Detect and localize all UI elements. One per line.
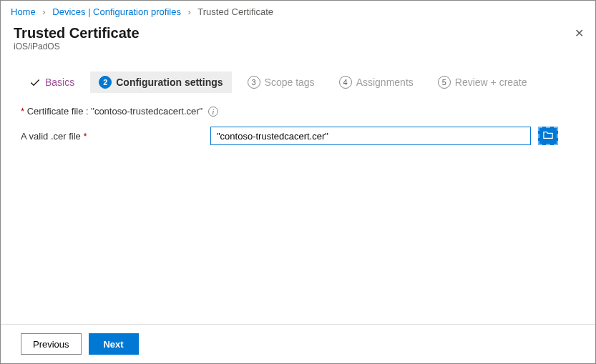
chevron-right-icon: ›	[188, 6, 191, 17]
breadcrumb: Home › Devices | Configuration profiles …	[1, 1, 595, 22]
folder-icon	[543, 130, 553, 142]
wizard-footer: Previous Next	[1, 324, 595, 363]
step-assignments[interactable]: 4 Assignments	[331, 72, 422, 93]
next-button[interactable]: Next	[89, 333, 139, 355]
step-label: Assignments	[356, 77, 414, 88]
required-marker: *	[21, 106, 24, 117]
step-label: Configuration settings	[116, 77, 223, 88]
certificate-file-text: Certificate file : "contoso-trustedcacer…	[27, 106, 203, 117]
cer-file-label-text: A valid .cer file	[21, 131, 81, 142]
step-number: 4	[339, 76, 352, 89]
breadcrumb-devices[interactable]: Devices | Configuration profiles	[52, 6, 181, 17]
cer-file-input[interactable]	[210, 127, 531, 145]
required-marker: *	[83, 131, 87, 142]
browse-file-button[interactable]	[538, 127, 558, 145]
wizard-steps: Basics 2 Configuration settings 3 Scope …	[1, 57, 595, 100]
step-number: 5	[438, 76, 451, 89]
step-number: 2	[99, 76, 112, 89]
page-header: Trusted Certificate iOS/iPadOS ✕	[1, 22, 595, 57]
step-review-create[interactable]: 5 Review + create	[429, 72, 536, 93]
page-title: Trusted Certificate	[14, 25, 582, 41]
page-subtitle: iOS/iPadOS	[14, 41, 582, 51]
previous-button[interactable]: Previous	[21, 333, 82, 355]
form-body: * Certificate file : "contoso-trustedcac…	[1, 100, 595, 151]
certificate-file-label: * Certificate file : "contoso-trustedcac…	[21, 106, 575, 117]
step-basics[interactable]: Basics	[21, 72, 83, 92]
step-label: Scope tags	[265, 77, 315, 88]
step-label: Review + create	[455, 77, 527, 88]
cer-file-row: A valid .cer file *	[21, 127, 575, 145]
info-icon[interactable]: i	[208, 107, 218, 117]
step-scope-tags[interactable]: 3 Scope tags	[239, 72, 323, 93]
chevron-right-icon: ›	[42, 6, 45, 17]
close-icon: ✕	[575, 27, 584, 39]
check-icon	[29, 77, 41, 88]
close-button[interactable]: ✕	[570, 24, 588, 44]
step-configuration-settings[interactable]: 2 Configuration settings	[90, 72, 231, 93]
cer-file-label: A valid .cer file *	[21, 131, 203, 142]
step-number: 3	[248, 76, 260, 89]
step-label: Basics	[45, 77, 74, 88]
breadcrumb-current: Trusted Certificate	[197, 6, 273, 17]
breadcrumb-home[interactable]: Home	[11, 6, 36, 17]
